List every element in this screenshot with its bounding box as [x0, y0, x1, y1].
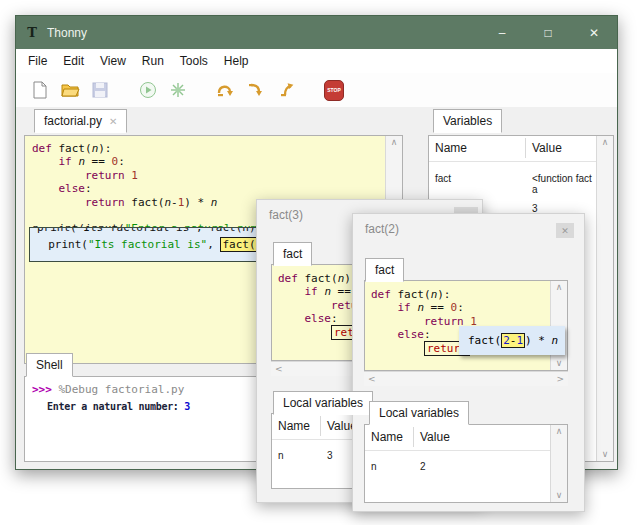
- stop-button[interactable]: STOP: [324, 80, 344, 100]
- step-into-button[interactable]: [246, 80, 266, 100]
- window-title: Thonny: [47, 26, 479, 40]
- chevron-left-icon[interactable]: <: [275, 365, 283, 374]
- col-name: Name: [371, 430, 403, 444]
- step-out-icon: [277, 82, 295, 98]
- menu-file[interactable]: File: [20, 51, 55, 71]
- save-floppy-icon: [92, 82, 108, 98]
- open-folder-icon: [61, 82, 80, 98]
- tab-shell[interactable]: Shell: [26, 353, 73, 377]
- tab-local-variables[interactable]: Local variables: [369, 401, 469, 425]
- chevron-right-icon[interactable]: >: [556, 375, 564, 384]
- chevron-up-icon[interactable]: ∧: [602, 138, 609, 147]
- title-bar[interactable]: T Thonny – □ ✕: [16, 16, 617, 49]
- var-name: fact: [435, 173, 451, 184]
- local-variables-header: Name Value: [365, 425, 550, 451]
- var-value: 3: [327, 450, 333, 461]
- menu-view[interactable]: View: [92, 51, 134, 71]
- new-file-button[interactable]: [30, 80, 50, 100]
- tab-factorial-py[interactable]: factorial.py ✕: [34, 109, 127, 133]
- tab-local-variables[interactable]: Local variables: [273, 391, 373, 415]
- tab-fact[interactable]: fact: [365, 258, 404, 282]
- shell-tab-label: Shell: [36, 358, 63, 372]
- debug-button[interactable]: [168, 80, 188, 100]
- minimize-icon: –: [499, 26, 506, 40]
- menu-help[interactable]: Help: [216, 51, 257, 71]
- menu-edit[interactable]: Edit: [55, 51, 92, 71]
- popup-close-icon: ✕: [561, 226, 569, 236]
- local-variables-vscrollbar[interactable]: ∧ ∨: [550, 425, 567, 502]
- variables-tab-label: Variables: [443, 114, 492, 128]
- local-variables-table[interactable]: Name Value n 2: [365, 425, 550, 502]
- local-variables-tab-label: Local variables: [283, 396, 363, 410]
- open-file-button[interactable]: [60, 80, 80, 100]
- popup-title[interactable]: fact(2): [365, 222, 399, 236]
- chevron-up-icon[interactable]: ∧: [391, 138, 398, 147]
- variables-vscrollbar[interactable]: ∧ ∨: [596, 136, 613, 461]
- chevron-down-icon[interactable]: ∨: [556, 491, 563, 500]
- save-button[interactable]: [90, 80, 110, 100]
- col-name: Name: [435, 141, 467, 155]
- variables-header: Name Value: [429, 136, 596, 162]
- step-over-icon: [216, 82, 236, 98]
- debug-icon: [169, 81, 187, 99]
- column-separator: [413, 427, 414, 447]
- var-value: <function fact a: [532, 173, 596, 195]
- table-row[interactable]: fact <function fact a: [429, 168, 596, 188]
- close-icon: ✕: [589, 26, 599, 40]
- stop-icon: STOP: [324, 80, 344, 101]
- run-icon: [139, 81, 157, 99]
- menu-tools[interactable]: Tools: [172, 51, 216, 71]
- new-file-icon: [32, 81, 48, 99]
- chevron-up-icon[interactable]: ∧: [556, 427, 563, 436]
- stop-label: STOP: [327, 87, 341, 93]
- evaluated-expression-box: fact(2-1) * n: [459, 326, 565, 355]
- run-button[interactable]: [138, 80, 158, 100]
- minimize-button[interactable]: –: [479, 16, 525, 49]
- var-value: 2: [420, 461, 426, 472]
- chevron-left-icon[interactable]: <: [368, 375, 376, 384]
- col-value: Value: [532, 141, 562, 155]
- column-separator: [525, 138, 526, 158]
- menu-bar: File Edit View Run Tools Help: [16, 49, 617, 73]
- var-name: n: [278, 450, 284, 461]
- chevron-down-icon[interactable]: ∨: [602, 450, 609, 459]
- tab-fact[interactable]: fact: [273, 242, 312, 266]
- debug-frame-window-fact2: fact(2) ✕ fact def fact(n): if n == 0: r…: [352, 213, 585, 512]
- popup-title[interactable]: fact(3): [269, 208, 303, 222]
- chevron-up-icon[interactable]: ∧: [556, 283, 563, 292]
- tab-close-icon[interactable]: ✕: [109, 116, 117, 127]
- table-row[interactable]: n 2: [365, 456, 550, 476]
- fact-tab-label: fact: [283, 247, 302, 261]
- local-variables-pane: Name Value n 2 ∧ ∨: [364, 424, 568, 503]
- maximize-button[interactable]: □: [525, 16, 571, 49]
- fact-tab-label: fact: [375, 263, 394, 277]
- var-name: n: [371, 461, 377, 472]
- tab-label: factorial.py: [44, 114, 102, 128]
- column-separator: [320, 416, 321, 436]
- menu-run[interactable]: Run: [134, 51, 172, 71]
- tab-variables[interactable]: Variables: [433, 109, 502, 133]
- step-into-icon: [247, 82, 265, 98]
- chevron-down-icon[interactable]: ∨: [556, 359, 563, 368]
- thonny-logo-icon: T: [25, 25, 39, 41]
- frame-hscrollbar[interactable]: < >: [364, 371, 568, 386]
- col-value: Value: [420, 430, 450, 444]
- popup-close-button[interactable]: ✕: [556, 223, 574, 238]
- step-over-button[interactable]: [216, 80, 236, 100]
- step-out-button[interactable]: [276, 80, 296, 100]
- close-button[interactable]: ✕: [571, 16, 617, 49]
- maximize-icon: □: [544, 26, 551, 40]
- toolbar: STOP: [16, 73, 617, 107]
- local-variables-tab-label: Local variables: [379, 406, 459, 420]
- col-name: Name: [278, 419, 310, 433]
